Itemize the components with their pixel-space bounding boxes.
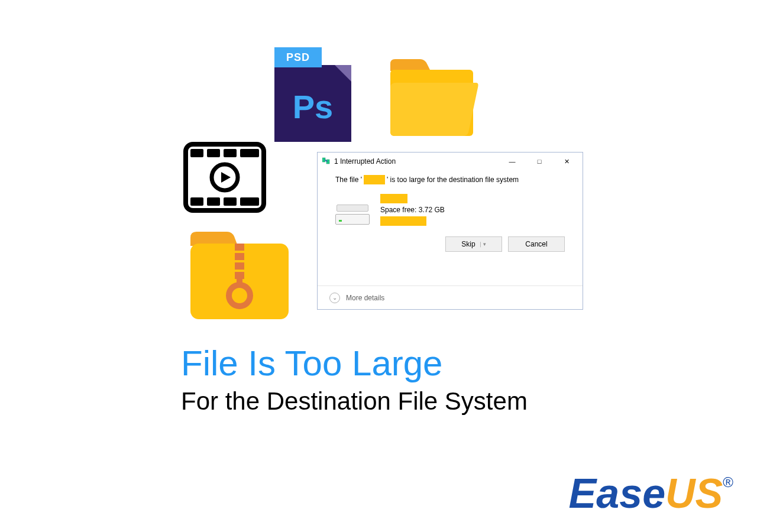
svg-rect-2	[190, 149, 203, 157]
redacted-drive-name	[380, 194, 407, 203]
interrupted-action-dialog: 1 Interrupted Action — □ ✕ The file ' ' …	[317, 152, 583, 310]
drive-icon	[335, 203, 370, 225]
svg-rect-15	[235, 272, 244, 279]
svg-rect-12	[235, 244, 244, 251]
dialog-title-icon	[322, 157, 331, 167]
psd-file-icon: PSD Ps	[274, 47, 351, 142]
dialog-footer[interactable]: ⌄ More details	[318, 286, 583, 309]
more-details-label: More details	[346, 294, 384, 302]
video-film-icon	[183, 142, 266, 215]
psd-badge: PSD	[274, 47, 322, 67]
svg-rect-4	[224, 149, 237, 157]
headline: File Is Too Large For the Destination Fi…	[181, 343, 528, 416]
dialog-titlebar[interactable]: 1 Interrupted Action — □ ✕	[318, 153, 583, 170]
headline-title: File Is Too Large	[181, 343, 528, 384]
maximize-button[interactable]: □	[526, 153, 553, 170]
headline-subtitle: For the Destination File System	[181, 387, 528, 416]
svg-rect-9	[240, 197, 259, 206]
svg-rect-3	[207, 149, 220, 157]
svg-rect-5	[240, 149, 259, 157]
folder-icon	[384, 53, 479, 144]
svg-rect-14	[235, 262, 244, 270]
close-button[interactable]: ✕	[553, 153, 580, 170]
skip-button[interactable]: Skip｜▾	[445, 236, 502, 252]
redacted-filename	[364, 175, 385, 184]
minimize-button[interactable]: —	[499, 153, 526, 170]
dialog-title: 1 Interrupted Action	[334, 157, 499, 166]
dialog-message: The file ' ' is too large for the destin…	[318, 170, 583, 193]
svg-rect-8	[224, 197, 237, 206]
svg-rect-7	[207, 197, 220, 206]
cancel-button[interactable]: Cancel	[508, 236, 565, 252]
svg-rect-13	[235, 253, 244, 260]
chevron-down-icon: ⌄	[329, 293, 340, 303]
space-free-label: Space free: 3.72 GB	[380, 206, 445, 214]
zip-folder-icon	[183, 226, 296, 329]
psd-text: Ps	[274, 87, 351, 126]
redacted-drive-info	[380, 216, 426, 226]
easeus-logo: Ease US ®	[569, 473, 733, 514]
svg-rect-6	[190, 197, 203, 206]
svg-rect-17	[237, 279, 242, 287]
